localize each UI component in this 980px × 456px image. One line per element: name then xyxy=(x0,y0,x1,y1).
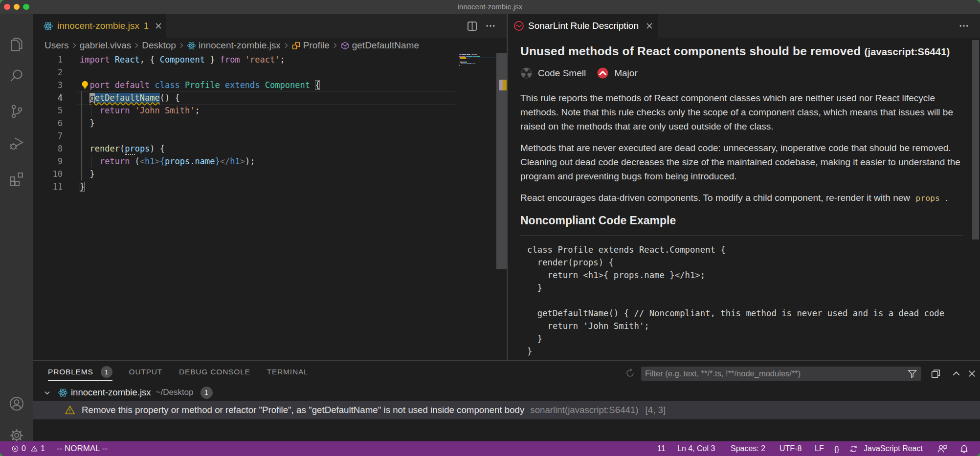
line-number: 4 xyxy=(33,91,63,104)
line-number: 5 xyxy=(33,104,63,117)
vscode-window: innocent-zombie.jsx xyxy=(0,0,980,456)
explorer-icon[interactable] xyxy=(8,36,25,53)
run-and-debug-icon[interactable] xyxy=(8,135,25,152)
eol-status[interactable]: LF xyxy=(815,441,824,456)
code-line-6[interactable]: 6 } xyxy=(33,117,507,130)
code-line-7[interactable]: 7 xyxy=(33,130,507,142)
close-panel-icon[interactable] xyxy=(967,369,977,379)
refresh-icon[interactable] xyxy=(625,368,635,378)
account-icon[interactable] xyxy=(8,395,25,412)
problems-filter-input[interactable]: Filter (e.g. text, **/*.ts, !**/node_mod… xyxy=(641,367,921,381)
chevron-right-icon xyxy=(133,42,140,49)
error-icon xyxy=(12,445,19,452)
rule-title: Unused methods of React components shoul… xyxy=(520,44,963,58)
filter-funnel-icon xyxy=(907,369,917,379)
breadcrumb-desktop[interactable]: Desktop xyxy=(142,40,176,51)
notifications-bell-icon[interactable] xyxy=(959,441,969,456)
search-icon[interactable] xyxy=(8,67,25,84)
code-line-8[interactable]: 8 render(props) { xyxy=(33,142,507,155)
breadcrumb-method[interactable]: getDefaultName xyxy=(340,40,419,51)
tab-close-icon[interactable] xyxy=(646,22,653,30)
breadcrumb-class[interactable]: Profile xyxy=(291,40,330,51)
overview-warning-marker xyxy=(503,80,507,90)
sync-icon[interactable] xyxy=(849,441,858,456)
problem-row[interactable]: Remove this property or method or refact… xyxy=(33,401,980,419)
tab-sonarlint-rule-description[interactable]: SonarLint Rule Description xyxy=(508,14,658,38)
severity-major-icon xyxy=(597,67,609,79)
editor-scrollbar[interactable] xyxy=(496,53,507,360)
code-editor[interactable]: 1import React, { Component } from 'react… xyxy=(33,53,507,360)
code-line-1[interactable]: 1import React, { Component } from 'react… xyxy=(33,53,507,66)
overview-cursor-marker xyxy=(499,80,503,90)
problem-source: sonarlint(javascript:S6441) xyxy=(530,405,638,415)
extensions-icon[interactable] xyxy=(8,171,25,187)
chevron-right-icon xyxy=(178,42,185,49)
code-smell-icon xyxy=(520,67,533,79)
activity-bar xyxy=(0,14,33,441)
react-file-icon xyxy=(187,41,196,50)
problem-position: [4, 3] xyxy=(646,405,666,415)
chevron-right-icon xyxy=(282,42,290,49)
sonarlint-group: SonarLint Rule Description Unused method… xyxy=(508,14,980,360)
line-number: 2 xyxy=(33,66,63,79)
breadcrumb-file[interactable]: innocent-zombie.jsx xyxy=(187,40,281,51)
line-number: 9 xyxy=(33,155,63,168)
tab-close-icon[interactable] xyxy=(155,22,162,30)
code-line-4[interactable]: 4 getDefaultName() { xyxy=(33,91,507,104)
cursor-position[interactable]: Ln 4, Col 3 xyxy=(677,441,715,456)
code-line-10[interactable]: 10 } xyxy=(33,168,507,180)
react-file-icon xyxy=(58,388,68,398)
tab-innocent-zombie[interactable]: innocent-zombie.jsx 1 xyxy=(33,14,166,38)
language-mode[interactable]: JavaScript React xyxy=(864,441,923,456)
code-line-text: return 'John Smith'; xyxy=(80,104,200,117)
code-line-text: getDefaultName() { xyxy=(80,91,180,104)
code-line-11[interactable]: 11} xyxy=(33,180,507,193)
line-number: 10 xyxy=(33,168,63,180)
problems-total[interactable]: 11 xyxy=(657,441,666,456)
sonarlint-actions xyxy=(959,14,980,38)
file-problems-badge: 1 xyxy=(200,387,213,399)
more-actions-icon[interactable] xyxy=(486,21,495,31)
code-line-text: } xyxy=(80,168,95,180)
warning-icon xyxy=(65,405,75,415)
rule-severity-label: Major xyxy=(614,68,638,79)
indentation-status[interactable]: Spaces: 2 xyxy=(731,441,765,456)
lightbulb-icon[interactable] xyxy=(80,79,90,91)
code-line-9[interactable]: 9 return (<h1>{props.name}</h1>); xyxy=(33,155,507,168)
split-editor-icon[interactable] xyxy=(467,21,477,31)
feedback-icon[interactable] xyxy=(937,441,948,456)
open-in-editor-icon[interactable] xyxy=(931,369,941,379)
react-file-icon xyxy=(43,21,53,31)
rule-paragraph: This rule reports the methods of React c… xyxy=(520,91,963,133)
tab-label: SonarLint Rule Description xyxy=(528,21,639,31)
code-line-2[interactable]: 2 xyxy=(33,66,507,79)
divider xyxy=(520,236,963,236)
code-line-text: return (<h1>{props.name}</h1>); xyxy=(80,155,255,168)
problems-file-row[interactable]: innocent-zombie.jsx ~/Desktop 1 xyxy=(33,384,980,401)
breadcrumbs: Users gabriel.vivas Desktop innocent-zom… xyxy=(33,38,507,53)
maximize-panel-icon[interactable] xyxy=(951,369,961,379)
more-actions-icon[interactable] xyxy=(959,21,969,31)
symbol-method-icon xyxy=(340,41,350,50)
problems-status[interactable]: 0 1 xyxy=(12,441,45,456)
rule-meta: Code Smell Major xyxy=(520,67,963,79)
vim-mode-indicator[interactable]: -- NORMAL -- xyxy=(57,441,108,456)
minimap[interactable] xyxy=(458,53,496,360)
breadcrumb-users[interactable]: Users xyxy=(45,40,69,51)
noncompliant-heading: Noncompliant Code Example xyxy=(520,214,963,227)
webview-scrollbar[interactable] xyxy=(972,40,979,239)
panel-actions: Filter (e.g. text, **/*.ts, !**/node_mod… xyxy=(33,361,980,386)
code-line-5[interactable]: 5 return 'John Smith'; xyxy=(33,104,507,117)
breadcrumb-user-folder[interactable]: gabriel.vivas xyxy=(80,40,132,51)
rule-paragraph: React encourages data-driven components.… xyxy=(520,191,963,205)
braces-icon[interactable]: {} xyxy=(834,441,839,456)
source-control-icon[interactable] xyxy=(8,103,25,120)
line-number: 3 xyxy=(33,79,63,91)
chevron-right-icon xyxy=(331,42,339,49)
code-line-text: import React, { Component } from 'react'… xyxy=(80,53,285,66)
problem-message: Remove this property or method or refact… xyxy=(82,405,524,415)
line-number: 8 xyxy=(33,142,63,155)
encoding-status[interactable]: UTF-8 xyxy=(780,441,802,456)
code-line-3[interactable]: 3export default class Profile extends Co… xyxy=(33,79,507,91)
chevron-down-icon[interactable] xyxy=(43,389,51,397)
